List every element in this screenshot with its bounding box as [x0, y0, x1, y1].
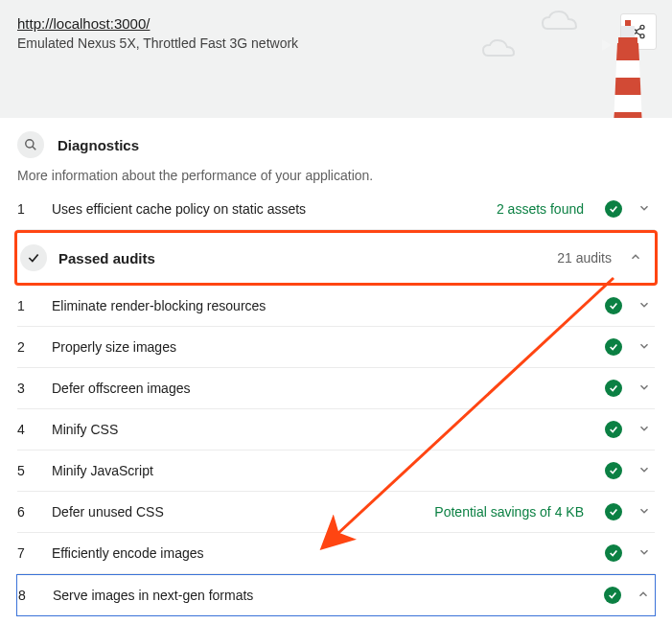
pass-icon	[604, 587, 621, 604]
chevron-up-icon[interactable]	[637, 588, 654, 604]
svg-line-14	[33, 147, 36, 150]
chevron-down-icon[interactable]	[637, 298, 655, 314]
cloud-icon	[480, 38, 528, 59]
diagnostics-title: Diagnostics	[58, 137, 139, 153]
cloud-icon	[538, 10, 595, 35]
audit-number: 6	[17, 504, 36, 520]
audit-title: Minify CSS	[52, 422, 590, 437]
annotation-highlight: Passed audits 21 audits	[14, 230, 658, 286]
audit-title: Defer unused CSS	[52, 504, 419, 520]
search-icon	[17, 131, 44, 158]
pass-icon	[605, 338, 622, 356]
audit-row[interactable]: 4 Minify CSS	[17, 409, 655, 451]
audit-aux: Potential savings of 4 KB	[434, 504, 584, 520]
check-icon	[20, 244, 47, 271]
audit-title: Minify JavaScript	[52, 463, 590, 478]
pass-icon	[605, 380, 622, 397]
audit-number: 2	[17, 339, 36, 355]
audit-number: 3	[17, 381, 36, 396]
pass-icon	[605, 462, 622, 479]
passed-audits-header[interactable]: Passed audits 21 audits	[20, 233, 652, 283]
audit-row[interactable]: 5 Minify JavaScript	[17, 451, 655, 492]
passed-audits-count: 21 audits	[557, 250, 612, 266]
chevron-down-icon[interactable]	[637, 381, 655, 397]
chevron-down-icon[interactable]	[637, 504, 655, 520]
audit-number: 5	[17, 463, 36, 478]
svg-point-13	[26, 140, 34, 148]
audit-number: 1	[17, 201, 36, 217]
diagnostics-subtitle: More information about the performance o…	[17, 164, 655, 189]
audit-row[interactable]: 3 Defer offscreen images	[17, 368, 655, 409]
pass-icon	[605, 544, 622, 562]
lighthouse-icon	[599, 18, 657, 118]
pass-icon	[605, 297, 622, 314]
pass-icon	[605, 200, 622, 218]
audit-title: Eliminate render-blocking resources	[52, 298, 590, 313]
audit-number: 8	[18, 588, 37, 603]
audit-row[interactable]: 6 Defer unused CSS Potential savings of …	[17, 492, 655, 533]
pass-icon	[605, 421, 622, 438]
audit-row[interactable]: 1 Eliminate render-blocking resources	[17, 286, 655, 327]
svg-marker-8	[616, 43, 639, 60]
audit-row[interactable]: 7 Efficiently encode images	[17, 533, 655, 574]
svg-marker-12	[602, 39, 612, 51]
audit-number: 4	[17, 422, 36, 437]
audit-number: 1	[17, 298, 36, 313]
audit-title: Serve images in next-gen formats	[53, 588, 589, 603]
audit-title: Defer offscreen images	[52, 381, 590, 396]
audit-row[interactable]: 2 Properly size images	[17, 327, 655, 368]
annotation-highlight: 8 Serve images in next-gen formats	[16, 574, 656, 616]
audit-aux: 2 assets found	[497, 201, 584, 217]
audit-detail: Image formats like JPEG 2000, JPEG XR, a…	[17, 616, 655, 624]
audit-title: Efficiently encode images	[52, 545, 590, 561]
svg-rect-11	[625, 20, 631, 26]
audit-row[interactable]: 1 Uses efficient cache policy on static …	[17, 189, 655, 230]
audit-row[interactable]: 8 Serve images in next-gen formats	[18, 575, 654, 615]
chevron-down-icon[interactable]	[637, 339, 655, 356]
pass-icon	[605, 503, 622, 520]
diagnostics-header: Diagnostics	[17, 118, 655, 164]
chevron-down-icon[interactable]	[637, 201, 655, 218]
audit-number: 7	[17, 545, 36, 561]
chevron-down-icon[interactable]	[637, 422, 655, 438]
env-subtitle: Emulated Nexus 5X, Throttled Fast 3G net…	[17, 35, 655, 51]
svg-rect-5	[621, 26, 635, 37]
chevron-down-icon[interactable]	[637, 463, 655, 479]
audit-title: Uses efficient cache policy on static as…	[52, 201, 481, 217]
passed-audits-title: Passed audits	[58, 250, 545, 266]
svg-rect-6	[618, 37, 637, 43]
chevron-up-icon[interactable]	[629, 250, 646, 266]
tested-url[interactable]: http://localhost:3000/	[17, 15, 150, 32]
chevron-down-icon[interactable]	[637, 545, 655, 562]
svg-marker-10	[614, 112, 642, 118]
report-header: http://localhost:3000/ Emulated Nexus 5X…	[0, 0, 672, 118]
audit-title: Properly size images	[52, 339, 590, 355]
svg-marker-9	[615, 78, 641, 95]
